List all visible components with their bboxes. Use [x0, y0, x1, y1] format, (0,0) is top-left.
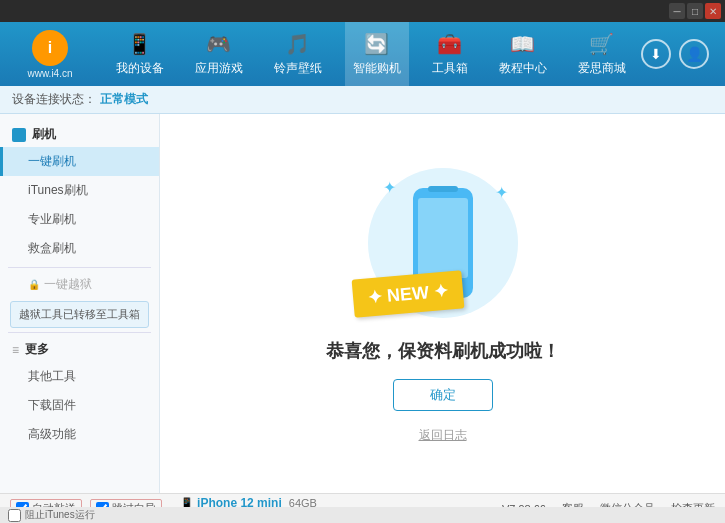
new-badge-text: NEW	[386, 282, 430, 306]
nav-ringtones[interactable]: 🎵 铃声壁纸	[266, 22, 330, 86]
ringtones-icon: 🎵	[285, 32, 310, 56]
success-illustration: ✦ ✦ ✦ ✦ NEW ✦ 恭喜您，保资料刷机成功啦！ 确定	[326, 163, 560, 444]
sidebar-item-pro-flash[interactable]: 专业刷机	[0, 205, 159, 234]
tutorial-icon: 📖	[510, 32, 535, 56]
nav-app-games-label: 应用游戏	[195, 60, 243, 77]
title-bar: ─ □ ✕	[0, 0, 725, 22]
sidebar-item-onekey-flash[interactable]: 一键刷机	[0, 147, 159, 176]
sidebar-item-itunes-flash[interactable]: iTunes刷机	[0, 176, 159, 205]
sidebar-more-label: 更多	[25, 341, 49, 358]
sidebar-item-other-tools[interactable]: 其他工具	[0, 362, 159, 391]
nav-toolbox[interactable]: 🧰 工具箱	[424, 22, 476, 86]
shop-icon: 🛒	[589, 32, 614, 56]
phone-container: ✦ ✦ ✦ ✦ NEW ✦	[363, 163, 523, 323]
header: i www.i4.cn 📱 我的设备 🎮 应用游戏 🎵 铃声壁纸 🔄 智能购机 …	[0, 22, 725, 86]
nav-my-device[interactable]: 📱 我的设备	[108, 22, 172, 86]
app-games-icon: 🎮	[206, 32, 231, 56]
sidebar-flash-label: 刷机	[32, 126, 56, 143]
toolbox-icon: 🧰	[437, 32, 462, 56]
sidebar-other-tools-label: 其他工具	[28, 369, 76, 383]
nav-shop[interactable]: 🛒 爱思商城	[570, 22, 634, 86]
sidebar-item-jailbreak: 🔒 一键越狱	[0, 272, 159, 297]
sparkle-top-right: ✦	[495, 183, 508, 202]
logo[interactable]: i www.i4.cn	[0, 30, 100, 79]
nav-smart-shop[interactable]: 🔄 智能购机	[345, 22, 409, 86]
nav-smart-shop-label: 智能购机	[353, 60, 401, 77]
download-btn[interactable]: ⬇	[641, 39, 671, 69]
status-bar: 设备连接状态： 正常模式	[0, 86, 725, 114]
close-btn[interactable]: ✕	[705, 3, 721, 19]
nav-tutorial[interactable]: 📖 教程中心	[491, 22, 555, 86]
sidebar-download-firmware-label: 下载固件	[28, 398, 76, 412]
status-value: 正常模式	[100, 91, 148, 108]
nav-shop-label: 爱思商城	[578, 60, 626, 77]
sidebar-pro-flash-label: 专业刷机	[28, 212, 76, 226]
nav-right: ⬇ 👤	[641, 39, 725, 69]
sidebar-rescue-flash-label: 救盒刷机	[28, 241, 76, 255]
sidebar-header-more: ≡ 更多	[0, 337, 159, 362]
sidebar-item-advanced[interactable]: 高级功能	[0, 420, 159, 449]
nav-app-games[interactable]: 🎮 应用游戏	[187, 22, 251, 86]
nav-my-device-label: 我的设备	[116, 60, 164, 77]
sidebar: 刷机 一键刷机 iTunes刷机 专业刷机 救盒刷机 🔒 一键越狱 越狱工具已转…	[0, 114, 160, 493]
sidebar-divider-2	[8, 332, 151, 333]
sidebar-itunes-flash-label: iTunes刷机	[28, 183, 88, 197]
sidebar-advanced-label: 高级功能	[28, 427, 76, 441]
user-btn[interactable]: 👤	[679, 39, 709, 69]
confirm-button[interactable]: 确定	[393, 379, 493, 411]
itunes-label: 阻止iTunes运行	[25, 508, 95, 522]
logo-icon: i	[32, 30, 68, 66]
my-device-icon: 📱	[127, 32, 152, 56]
main-layout: 刷机 一键刷机 iTunes刷机 专业刷机 救盒刷机 🔒 一键越狱 越狱工具已转…	[0, 114, 725, 493]
nav-ringtones-label: 铃声壁纸	[274, 60, 322, 77]
sparkle-top-left: ✦	[383, 178, 396, 197]
back-link[interactable]: 返回日志	[419, 427, 467, 444]
sidebar-jailbreak-label: 一键越狱	[44, 276, 92, 293]
smart-shop-icon: 🔄	[364, 32, 389, 56]
status-label: 设备连接状态：	[12, 91, 96, 108]
nav-toolbox-label: 工具箱	[432, 60, 468, 77]
sidebar-onekey-flash-label: 一键刷机	[28, 154, 76, 168]
svg-rect-2	[428, 186, 458, 192]
success-text: 恭喜您，保资料刷机成功啦！	[326, 339, 560, 363]
nav-bar: 📱 我的设备 🎮 应用游戏 🎵 铃声壁纸 🔄 智能购机 🧰 工具箱 📖 教程中心…	[100, 22, 641, 86]
maximize-btn[interactable]: □	[687, 3, 703, 19]
sidebar-item-download-firmware[interactable]: 下载固件	[0, 391, 159, 420]
flash-section-icon	[12, 128, 26, 142]
minimize-btn[interactable]: ─	[669, 3, 685, 19]
sidebar-divider-1	[8, 267, 151, 268]
logo-tagline: www.i4.cn	[27, 68, 72, 79]
more-lines-icon: ≡	[12, 343, 19, 357]
itunes-checkbox[interactable]	[8, 509, 21, 522]
sidebar-notice-text: 越狱工具已转移至工具箱	[19, 308, 140, 320]
nav-tutorial-label: 教程中心	[499, 60, 547, 77]
sidebar-notice-jailbreak: 越狱工具已转移至工具箱	[10, 301, 149, 328]
sidebar-header-flash: 刷机	[0, 122, 159, 147]
sidebar-item-rescue-flash[interactable]: 救盒刷机	[0, 234, 159, 263]
lock-icon: 🔒	[28, 279, 40, 290]
content-area: ✦ ✦ ✦ ✦ NEW ✦ 恭喜您，保资料刷机成功啦！ 确定	[160, 114, 725, 493]
itunes-bar: 阻止iTunes运行	[0, 507, 725, 523]
svg-rect-1	[418, 198, 468, 278]
bottom-wrapper: 自动敲送 跳过向导 📱 iPhone 12 mini 64GB Down-12m…	[0, 493, 725, 523]
